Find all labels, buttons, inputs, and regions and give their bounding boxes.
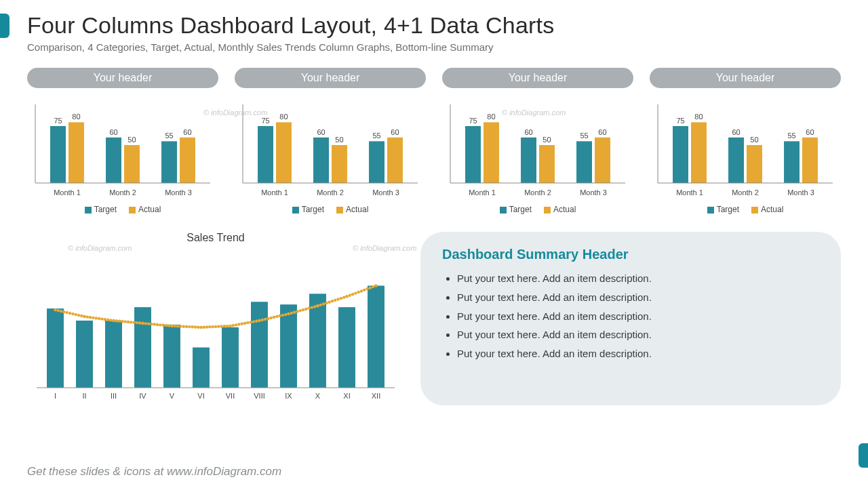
mini-legend: Target Actual (292, 205, 369, 214)
svg-point-181 (290, 312, 293, 314)
svg-rect-61 (784, 141, 800, 183)
svg-point-99 (74, 313, 77, 316)
svg-point-119 (127, 321, 130, 323)
legend-actual: Actual (129, 205, 161, 214)
legend-target: Target (85, 205, 117, 214)
summary-header: Dashboard Summary Header (442, 247, 819, 262)
svg-rect-22 (313, 138, 329, 183)
svg-text:IX: IX (285, 392, 292, 400)
svg-point-175 (275, 315, 278, 318)
svg-rect-88 (338, 307, 355, 388)
svg-rect-51 (673, 126, 688, 183)
svg-rect-80 (222, 327, 239, 388)
svg-text:Month 3: Month 3 (580, 188, 607, 197)
svg-point-198 (336, 298, 339, 300)
svg-point-140 (182, 325, 185, 328)
svg-point-145 (197, 326, 199, 329)
mini-chart-1: 7580Month 16050Month 25560Month 3 (27, 98, 218, 199)
svg-point-115 (115, 319, 118, 322)
svg-text:XI: XI (343, 392, 350, 400)
svg-point-174 (273, 316, 275, 319)
svg-rect-17 (258, 126, 273, 183)
svg-point-189 (313, 305, 316, 308)
svg-point-122 (136, 321, 138, 324)
svg-text:55: 55 (787, 131, 795, 140)
svg-point-111 (106, 319, 109, 321)
svg-text:50: 50 (127, 136, 136, 144)
mini-chart-3: 7580Month 16050Month 25560Month 3 (442, 98, 633, 199)
header-pill: Your header (27, 68, 218, 88)
svg-point-112 (109, 319, 112, 321)
svg-point-163 (243, 322, 246, 325)
svg-point-170 (261, 319, 264, 321)
svg-point-137 (174, 325, 176, 327)
svg-text:Month 1: Month 1 (469, 188, 496, 197)
header-pill: Your header (650, 68, 841, 88)
svg-text:Month 1: Month 1 (676, 188, 703, 197)
svg-point-161 (237, 323, 240, 325)
svg-point-205 (354, 291, 357, 294)
svg-text:80: 80 (72, 113, 80, 121)
svg-point-97 (68, 312, 71, 314)
svg-text:III: III (111, 392, 117, 400)
svg-point-125 (141, 322, 144, 325)
svg-point-166 (252, 320, 255, 323)
svg-rect-44 (576, 141, 592, 183)
svg-point-154 (220, 325, 222, 327)
svg-point-114 (112, 319, 115, 322)
svg-point-204 (351, 293, 354, 296)
legend-target: Target (292, 205, 324, 214)
svg-point-207 (360, 289, 363, 292)
big-chart-wrap: Sales Trend IIIIIIIVVVIVIIVIIIIXXXIXII (27, 232, 404, 405)
svg-point-121 (132, 321, 135, 324)
page-subtitle: Comparison, 4 Categories, Target, Actual… (27, 41, 841, 53)
svg-text:Month 1: Month 1 (54, 188, 81, 197)
svg-point-192 (319, 304, 322, 306)
svg-point-152 (214, 325, 217, 328)
svg-rect-18 (276, 122, 292, 183)
svg-point-141 (185, 325, 188, 328)
svg-text:55: 55 (372, 131, 380, 140)
mini-chart-2: 7580Month 16050Month 25560Month 3 (235, 98, 426, 199)
svg-text:50: 50 (542, 136, 551, 144)
svg-rect-11 (180, 138, 195, 183)
svg-point-165 (249, 321, 252, 323)
svg-point-126 (144, 322, 147, 325)
svg-rect-40 (539, 145, 555, 183)
svg-text:80: 80 (279, 113, 288, 121)
small-col-3: Your header 7580Month 16050Month 25560Mo… (442, 68, 633, 214)
svg-text:XII: XII (372, 392, 380, 400)
small-col-1: Your header 7580Month 16050Month 25560Mo… (27, 68, 218, 214)
svg-rect-84 (280, 304, 297, 388)
svg-point-92 (54, 308, 56, 311)
svg-text:VIII: VIII (254, 392, 265, 400)
svg-rect-70 (76, 321, 93, 388)
svg-text:60: 60 (391, 128, 399, 136)
svg-point-169 (258, 319, 260, 322)
mini-legend: Target Actual (707, 205, 784, 214)
svg-point-116 (118, 320, 121, 323)
summary-list: Put your text here. Add an item descript… (442, 269, 819, 363)
svg-rect-10 (161, 141, 177, 183)
svg-rect-28 (387, 138, 403, 183)
svg-point-139 (179, 325, 182, 327)
svg-text:II: II (82, 392, 86, 400)
big-chart-title: Sales Trend (27, 232, 404, 244)
legend-actual: Actual (544, 205, 576, 214)
svg-point-156 (226, 325, 229, 327)
small-charts-row: Your header 7580Month 16050Month 25560Mo… (27, 68, 841, 214)
svg-text:60: 60 (524, 128, 532, 136)
svg-text:Month 2: Month 2 (317, 188, 344, 197)
svg-point-210 (369, 286, 372, 289)
header-pill: Your header (442, 68, 633, 88)
page-title: Four Columns Dashboard Layout, 4+1 Data … (27, 12, 841, 39)
svg-point-147 (199, 326, 202, 329)
mini-legend: Target Actual (85, 205, 161, 214)
svg-rect-82 (251, 302, 268, 388)
svg-point-131 (159, 323, 161, 326)
summary-panel: Dashboard Summary Header Put your text h… (420, 232, 841, 405)
svg-point-108 (98, 317, 100, 320)
svg-rect-35 (484, 122, 499, 183)
svg-text:50: 50 (335, 136, 343, 144)
svg-point-142 (188, 325, 191, 328)
